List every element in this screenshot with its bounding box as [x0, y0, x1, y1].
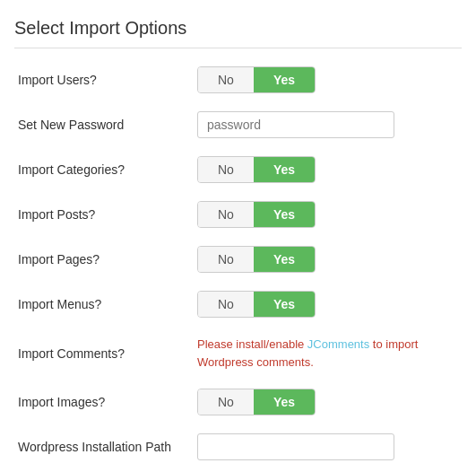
toggle-no-import-pages[interactable]: No — [198, 247, 254, 272]
row-import-categories: Import Categories?NoYes — [14, 147, 462, 192]
label-wordpress-installation-path: Wordpress Installation Path — [14, 424, 194, 469]
label-import-users: Import Users? — [14, 57, 194, 102]
label-set-new-password: Set New Password — [14, 102, 194, 147]
control-import-menus: NoYes — [194, 282, 462, 327]
toggle-no-import-categories[interactable]: No — [198, 157, 254, 182]
toggle-yes-import-users[interactable]: Yes — [254, 67, 315, 92]
toggle-no-import-menus[interactable]: No — [198, 292, 254, 317]
label-import-categories: Import Categories? — [14, 147, 194, 192]
row-wordpress-installation-path: Wordpress Installation Path — [14, 424, 462, 469]
toggle-no-import-images[interactable]: No — [198, 389, 254, 415]
control-wordpress-installation-path — [194, 424, 462, 469]
control-import-pages: NoYes — [194, 237, 462, 282]
comment-prefix: Please install/enable — [197, 337, 307, 351]
toggle-import-posts: NoYes — [197, 201, 316, 228]
toggle-import-images: NoYes — [197, 389, 316, 415]
control-import-comments: Please install/enable JComments to impor… — [194, 327, 462, 380]
toggle-yes-import-pages[interactable]: Yes — [254, 247, 315, 272]
toggle-yes-import-categories[interactable]: Yes — [254, 157, 315, 182]
toggle-import-menus: NoYes — [197, 291, 316, 318]
toggle-import-categories: NoYes — [197, 156, 316, 183]
row-import-images: Import Images?NoYes — [14, 380, 462, 424]
row-import-menus: Import Menus?NoYes — [14, 282, 462, 327]
control-import-images: NoYes — [194, 380, 462, 424]
toggle-yes-import-posts[interactable]: Yes — [254, 202, 315, 227]
label-import-comments: Import Comments? — [14, 327, 194, 380]
control-import-categories: NoYes — [194, 147, 462, 192]
control-import-users: NoYes — [194, 57, 462, 102]
label-import-menus: Import Menus? — [14, 282, 194, 327]
row-import-posts: Import Posts?NoYes — [14, 192, 462, 237]
toggle-import-users: NoYes — [197, 66, 316, 93]
row-set-new-password: Set New Password — [14, 102, 462, 147]
page-title: Select Import Options — [14, 18, 462, 48]
input-wordpress-installation-path[interactable] — [197, 433, 394, 460]
control-set-new-password — [194, 102, 462, 147]
row-import-pages: Import Pages?NoYes — [14, 237, 462, 282]
toggle-yes-import-images[interactable]: Yes — [254, 389, 315, 415]
row-import-users: Import Users?NoYes — [14, 57, 462, 102]
control-import-posts: NoYes — [194, 192, 462, 237]
label-import-pages: Import Pages? — [14, 237, 194, 282]
toggle-no-import-posts[interactable]: No — [198, 202, 254, 227]
jcomments-link[interactable]: JComments — [307, 337, 369, 351]
message-import-comments: Please install/enable JComments to impor… — [197, 337, 418, 369]
toggle-no-import-users[interactable]: No — [198, 67, 254, 92]
toggle-import-pages: NoYes — [197, 246, 316, 273]
input-set-new-password[interactable] — [197, 111, 394, 138]
toggle-yes-import-menus[interactable]: Yes — [254, 292, 315, 317]
row-import-comments: Import Comments?Please install/enable JC… — [14, 327, 462, 380]
label-import-posts: Import Posts? — [14, 192, 194, 237]
label-import-images: Import Images? — [14, 380, 194, 424]
options-table: Import Users?NoYesSet New PasswordImport… — [14, 57, 462, 469]
